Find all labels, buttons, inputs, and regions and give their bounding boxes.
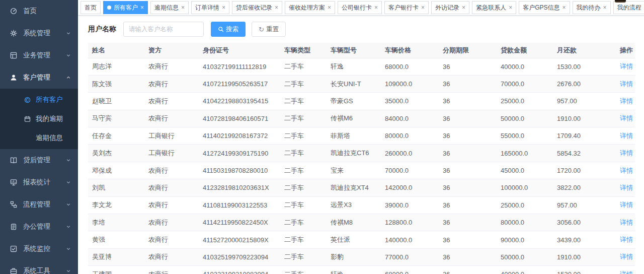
tab-item-3[interactable]: 订单详情× <box>191 1 229 14</box>
table-cell: 李文龙 <box>88 196 144 214</box>
column-header: 资方 <box>144 43 199 58</box>
tab-item-9[interactable]: 紧急联系人× <box>472 1 516 14</box>
tab-item-2[interactable]: 逾期信息× <box>150 1 189 14</box>
search-button-label: 搜索 <box>226 25 238 34</box>
close-icon[interactable]: × <box>421 5 425 11</box>
user-icon <box>10 74 17 81</box>
action-cell: 详情 <box>612 248 635 265</box>
sidebar-item-monitor[interactable]: 系统监控 <box>0 238 78 260</box>
table-cell: 二手车 <box>280 162 327 179</box>
table-cell: 109000.0 <box>381 75 439 92</box>
table-cell: 5854.32 <box>553 145 612 162</box>
table-cell: 39000.0 <box>381 196 439 214</box>
customer-name-input[interactable] <box>123 22 204 37</box>
tab-item-4[interactable]: 贷后催收记录× <box>232 1 282 14</box>
table-cell: 二手车 <box>280 266 327 274</box>
tab-item-7[interactable]: 客户银行卡× <box>384 1 429 14</box>
action-cell: 详情 <box>612 179 635 196</box>
tab-item-11[interactable]: 我的待办× <box>573 1 611 14</box>
table-cell: 凯迪拉克XT4 <box>327 179 381 196</box>
sidebar-item-post-loan[interactable]: 贷后管理 <box>0 149 78 171</box>
detail-link[interactable]: 详情 <box>620 270 633 274</box>
sidebar-item-my-overdue[interactable]: 我的逾期 <box>0 109 78 128</box>
detail-link[interactable]: 详情 <box>620 132 633 140</box>
table-cell: 影豹 <box>327 248 381 265</box>
close-icon[interactable]: × <box>374 5 378 11</box>
sidebar-item-label: 我的逾期 <box>36 114 63 123</box>
table-cell: 142000.0 <box>381 179 439 196</box>
table-cell: 1910.00 <box>553 248 612 265</box>
close-icon[interactable]: × <box>328 5 331 11</box>
table-cell: 任存金 <box>88 127 144 145</box>
table-cell: 412724199309175190 <box>199 145 280 162</box>
table-cell: 41232819810203631X <box>199 179 280 196</box>
tab-item-8[interactable]: 外访记录× <box>431 1 469 14</box>
sidebar-item-office[interactable]: 办公管理 <box>0 216 78 238</box>
table-cell: 二手车 <box>280 58 327 75</box>
tab-item-10[interactable]: 客户GPS信息× <box>519 1 570 14</box>
sidebar-item-system[interactable]: 系统管理 <box>0 22 78 44</box>
tab-label: 订单详情 <box>195 4 219 12</box>
detail-link[interactable]: 详情 <box>620 201 633 209</box>
close-icon[interactable]: × <box>509 5 512 11</box>
table-row: 陈文强农商行410721199505263517二手车长安UNI-T109000… <box>88 75 635 92</box>
detail-link[interactable]: 详情 <box>620 219 633 226</box>
close-icon[interactable]: × <box>181 5 185 11</box>
detail-link[interactable]: 详情 <box>620 184 633 191</box>
table-cell: 36 <box>439 110 497 127</box>
tab-label: 客户银行卡 <box>388 4 419 12</box>
sidebar-item-tools[interactable]: 系统工具 <box>0 260 78 274</box>
detail-link[interactable]: 详情 <box>620 114 633 122</box>
table-cell: 农商行 <box>144 110 199 127</box>
search-button[interactable]: 搜索 <box>211 22 246 37</box>
table-cell: 35000.0 <box>381 93 439 110</box>
tab-label: 所有客户 <box>114 4 138 12</box>
table-cell: 农商行 <box>144 214 199 231</box>
column-header: 分期期限 <box>439 43 497 58</box>
column-header: 月还款 <box>553 43 612 58</box>
sidebar-item-home[interactable]: 首页 <box>0 0 78 22</box>
action-cell: 详情 <box>612 127 635 145</box>
table-cell: 36 <box>439 93 497 110</box>
detail-link[interactable]: 详情 <box>620 149 633 157</box>
sidebar-item-overdue-info[interactable]: 逾期信息 <box>0 128 78 148</box>
table-cell: 411503198708280010 <box>199 162 280 179</box>
sidebar-item-report[interactable]: 报表统计 <box>0 171 78 193</box>
table-row: 马守宾农商行410728198406160571二手车传祺M684000.036… <box>88 110 635 127</box>
table-cell: 农商行 <box>144 93 199 110</box>
tab-item-6[interactable]: 公司银行卡× <box>338 1 382 14</box>
chart-icon <box>10 179 17 186</box>
close-icon[interactable]: × <box>603 5 607 11</box>
tab-label: 催收处理方案 <box>289 4 325 12</box>
close-icon[interactable]: × <box>140 5 144 11</box>
detail-link[interactable]: 详情 <box>620 167 633 174</box>
sidebar-item-business[interactable]: 业务管理 <box>0 44 78 66</box>
detail-link[interactable]: 详情 <box>620 253 633 260</box>
column-header: 姓名 <box>88 43 144 58</box>
detail-link[interactable]: 详情 <box>620 236 633 243</box>
tab-item-5[interactable]: 催收处理方案× <box>285 1 335 14</box>
close-icon[interactable]: × <box>222 5 225 11</box>
detail-link[interactable]: 详情 <box>620 80 633 88</box>
search-form: 用户名称 搜索 ↻ 重置 <box>88 22 635 37</box>
tab-label: 我的待办 <box>577 4 601 12</box>
table-cell: 410422198803195415 <box>199 93 280 110</box>
close-icon[interactable]: × <box>462 5 465 11</box>
reset-button[interactable]: ↻ 重置 <box>252 22 286 37</box>
tab-item-0[interactable]: 首页 <box>80 1 101 14</box>
sidebar-item-label: 所有客户 <box>36 95 63 104</box>
sidebar-item-customer[interactable]: 客户管理 <box>0 66 78 89</box>
tab-item-1[interactable]: 所有客户× <box>103 1 148 14</box>
tab-list: 首页所有客户×逾期信息×订单详情×贷后催收记录×催收处理方案×公司银行卡×客户银… <box>78 0 644 15</box>
detail-link[interactable]: 详情 <box>620 97 633 105</box>
table-cell: 王建国 <box>88 266 144 274</box>
table-cell: 36 <box>439 231 497 248</box>
table-cell: 二手车 <box>280 248 327 265</box>
detail-link[interactable]: 详情 <box>620 62 633 70</box>
sidebar-item-all-customers[interactable]: 所有客户 <box>0 90 78 109</box>
sidebar-item-process[interactable]: 流程管理 <box>0 193 78 216</box>
tab-item-12[interactable]: 我的流程× <box>613 1 644 14</box>
tab-bar: 首页所有客户×逾期信息×订单详情×贷后催收记录×催收处理方案×公司银行卡×客户银… <box>78 0 644 16</box>
close-icon[interactable]: × <box>275 5 278 11</box>
close-icon[interactable]: × <box>562 5 566 11</box>
